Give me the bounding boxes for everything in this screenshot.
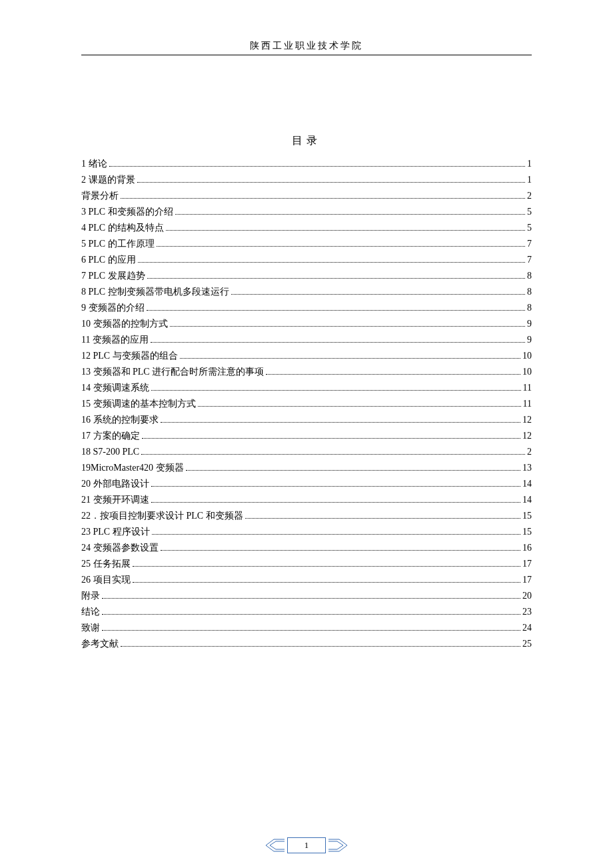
toc-entry: 背景分析2 (81, 188, 532, 204)
toc-entry: 19MicroMaster420 变频器13 (81, 460, 532, 476)
toc-entry: 1 绪论1 (81, 156, 532, 172)
toc-leader-dots (170, 326, 526, 327)
toc-entry-page: 10 (522, 364, 532, 380)
toc-leader-dots (147, 278, 525, 279)
toc-entry-title: 22．按项目控制要求设计 PLC 和变频器 (81, 508, 243, 524)
toc-entry-title: 19MicroMaster420 变频器 (81, 460, 184, 476)
toc-leader-dots (133, 566, 521, 567)
toc-entry-page: 2 (527, 188, 532, 204)
toc-entry-page: 12 (522, 412, 532, 428)
toc-entry: 15 变频调速的基本控制方式11 (81, 396, 532, 412)
toc-entry-page: 9 (527, 316, 532, 332)
toc-entry: 20 外部电路设计14 (81, 476, 532, 492)
toc-entry-page: 25 (522, 636, 532, 652)
toc-entry-title: 8 PLC 控制变频器带电机多段速运行 (81, 284, 229, 300)
toc-entry-title: 26 项目实现 (81, 572, 131, 588)
toc-entry-title: 14 变频调速系统 (81, 380, 149, 396)
toc-leader-dots (102, 614, 520, 615)
toc-entry: 9 变频器的介绍8 (81, 300, 532, 316)
toc-entry: 10 变频器的控制方式9 (81, 316, 532, 332)
toc-entry: 25 任务拓展17 (81, 556, 532, 572)
toc-entry: 24 变频器参数设置16 (81, 540, 532, 556)
toc-entry: 4 PLC 的结构及特点5 (81, 220, 532, 236)
toc-entry-title: 17 方案的确定 (81, 428, 140, 444)
toc-leader-dots (151, 342, 525, 343)
toc-leader-dots (152, 534, 520, 535)
toc-leader-dots (121, 198, 525, 199)
toc-entry: 26 项目实现17 (81, 572, 532, 588)
toc-entry: 12 PLC 与变频器的组合10 (81, 348, 532, 364)
toc-leader-dots (109, 166, 526, 167)
toc-entry-page: 24 (522, 620, 532, 636)
toc-entry: 8 PLC 控制变频器带电机多段速运行8 (81, 284, 532, 300)
toc-entry-title: 15 变频调速的基本控制方式 (81, 396, 196, 412)
toc-entry-page: 11 (523, 396, 532, 412)
toc-entry: 17 方案的确定12 (81, 428, 532, 444)
toc-entry: 结论23 (81, 604, 532, 620)
toc-leader-dots (161, 422, 521, 423)
toc-leader-dots (266, 374, 520, 375)
page-number-banner: 1 (265, 837, 348, 853)
toc-entry-title: 25 任务拓展 (81, 556, 131, 572)
toc-entry-page: 7 (527, 252, 532, 268)
toc-entry-page: 5 (527, 220, 532, 236)
toc-leader-dots (175, 214, 525, 215)
toc-entry-page: 8 (527, 268, 532, 284)
toc-leader-dots (180, 358, 520, 359)
toc-entry: 18 S7-200 PLC2 (81, 444, 532, 460)
toc-leader-dots (102, 598, 520, 599)
toc-entry-page: 23 (522, 604, 532, 620)
toc-entry-page: 17 (522, 556, 532, 572)
toc-leader-dots (147, 310, 526, 311)
toc-leader-dots (141, 454, 525, 455)
toc-entry-page: 11 (523, 380, 532, 396)
chevron-left-icon (265, 838, 285, 853)
toc-leader-dots (151, 486, 521, 487)
page-footer: 1 (0, 837, 613, 853)
toc-entry-page: 1 (527, 156, 532, 172)
toc-entry-title: 11 变频器的应用 (81, 332, 149, 348)
toc-leader-dots (157, 246, 525, 247)
toc-entry-page: 20 (522, 588, 532, 604)
toc-entry-title: 9 变频器的介绍 (81, 300, 145, 316)
toc-entry: 7 PLC 发展趋势8 (81, 268, 532, 284)
toc-entry-page: 14 (522, 492, 532, 508)
toc-entry-page: 13 (522, 460, 532, 476)
toc-entry: 5 PLC 的工作原理7 (81, 236, 532, 252)
toc-entry: 致谢24 (81, 620, 532, 636)
toc-leader-dots (186, 470, 520, 471)
toc-entry-title: 2 课题的背景 (81, 172, 135, 188)
toc-entry: 附录20 (81, 588, 532, 604)
toc-entry: 13 变频器和 PLC 进行配合时所需注意的事项10 (81, 364, 532, 380)
toc-entry-page: 5 (527, 204, 532, 220)
toc-entry-title: 附录 (81, 588, 100, 604)
toc-entry-title: 10 变频器的控制方式 (81, 316, 168, 332)
toc-entry: 22．按项目控制要求设计 PLC 和变频器15 (81, 508, 532, 524)
toc-leader-dots (198, 406, 521, 407)
toc-entry: 参考文献25 (81, 636, 532, 652)
toc-entry-title: 参考文献 (81, 636, 119, 652)
toc-entry-title: 1 绪论 (81, 156, 107, 172)
toc-leader-dots (133, 582, 521, 583)
toc-entry-title: 20 外部电路设计 (81, 476, 149, 492)
toc-leader-dots (151, 502, 521, 503)
toc-leader-dots (102, 630, 520, 631)
toc-entry: 14 变频调速系统11 (81, 380, 532, 396)
toc-entry-page: 8 (527, 284, 532, 300)
toc-entry-title: 12 PLC 与变频器的组合 (81, 348, 178, 364)
toc-entry-page: 7 (527, 236, 532, 252)
toc-entry: 2 课题的背景1 (81, 172, 532, 188)
toc-entry: 16 系统的控制要求12 (81, 412, 532, 428)
toc-leader-dots (231, 294, 525, 295)
toc-entry: 11 变频器的应用9 (81, 332, 532, 348)
page-header: 陕西工业职业技术学院 (81, 40, 532, 52)
toc-entry: 23 PLC 程序设计15 (81, 524, 532, 540)
toc-entry-page: 10 (522, 348, 532, 364)
chevron-right-icon (328, 838, 348, 853)
toc-entry-title: 6 PLC 的应用 (81, 252, 136, 268)
toc-entry: 3 PLC 和变频器的介绍5 (81, 204, 532, 220)
toc-entry-page: 8 (527, 300, 532, 316)
toc-entry-page: 12 (522, 428, 532, 444)
toc-entry-title: 7 PLC 发展趋势 (81, 268, 145, 284)
toc-entry-title: 18 S7-200 PLC (81, 444, 139, 460)
